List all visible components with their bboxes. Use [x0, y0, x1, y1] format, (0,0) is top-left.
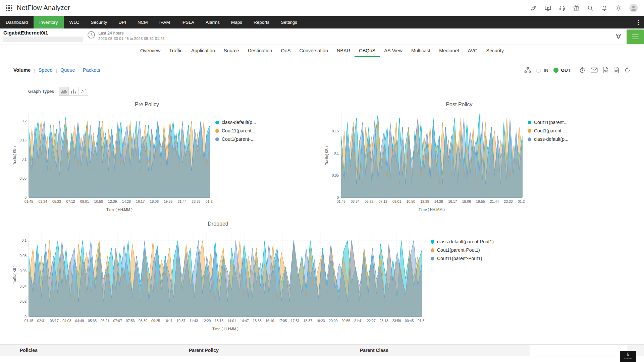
alarms-widget[interactable]: 6 Alarms [620, 351, 636, 362]
legend-item[interactable]: class-default(p... [528, 136, 595, 142]
tab-overview[interactable]: Overview [136, 45, 165, 57]
nav-item-ncm[interactable]: NCM [132, 16, 154, 28]
nav-item-ipsla[interactable]: IPSLA [176, 16, 200, 28]
nav-item-security[interactable]: Security [85, 16, 113, 28]
hierarchy-compare-icon[interactable] [524, 67, 531, 73]
tab-destination[interactable]: Destination [244, 45, 277, 57]
pdf-export-icon[interactable]: PDF [603, 67, 608, 73]
interface-name-block[interactable]: GigabitEthernet0/1 [3, 30, 87, 42]
post-policy-legend: Cout11(parent...Cout1(parent-...class-de… [528, 120, 595, 145]
tab-source[interactable]: Source [219, 45, 244, 57]
graph-type-scatter-button[interactable] [78, 87, 88, 96]
out-label: OUT [561, 68, 571, 73]
tab-as-view[interactable]: AS View [380, 45, 407, 57]
graph-type-area-button[interactable] [59, 87, 69, 96]
refresh-icon[interactable] [624, 67, 631, 73]
svg-text:23:33: 23:33 [192, 199, 200, 203]
legend-item[interactable]: Cout11(parent... [215, 128, 282, 133]
legend-item[interactable]: class-default(p... [215, 120, 282, 125]
nav-item-wlc[interactable]: WLC [64, 16, 85, 28]
dropped-chart[interactable]: 01:4502:3103:1704:0304:4905:3506:2107:07… [11, 229, 425, 338]
svg-text:14:47: 14:47 [240, 319, 249, 323]
nav-item-settings[interactable]: Settings [275, 16, 303, 28]
user-avatar[interactable] [629, 4, 638, 12]
view-link-volume[interactable]: Volume [13, 67, 31, 73]
notifications-bell-icon[interactable] [601, 5, 608, 11]
interface-name[interactable]: GigabitEthernet0/1 [3, 30, 87, 36]
tab-conversation[interactable]: Conversation [295, 45, 332, 57]
svg-text:04:49: 04:49 [75, 319, 84, 323]
nav-item-alarms[interactable]: Alarms [200, 16, 225, 28]
alarm-bell-icon[interactable] [614, 33, 623, 40]
svg-text:0.15: 0.15 [20, 138, 27, 142]
view-link-speed[interactable]: Speed [39, 67, 53, 73]
screen-demo-icon[interactable] [544, 5, 551, 11]
svg-text:03:34: 03:34 [38, 199, 47, 203]
svg-text:19:55: 19:55 [164, 199, 172, 203]
addons-gift-icon[interactable] [573, 5, 580, 11]
tab-security[interactable]: Security [482, 45, 508, 57]
legend-dot [215, 121, 219, 124]
graph-type-bar-button[interactable] [68, 87, 78, 96]
apps-grid-icon[interactable] [6, 5, 12, 11]
tab-application[interactable]: Application [187, 45, 219, 57]
page-menu-button[interactable] [627, 29, 644, 44]
nav-item-reports[interactable]: Reports [248, 16, 275, 28]
email-icon[interactable] [591, 67, 598, 73]
settings-gear-icon[interactable] [615, 5, 622, 11]
chart-canvas: 01:4503:3405:2307:1209:0110:5012:3914:28… [324, 110, 525, 217]
view-link-queue[interactable]: Queue [60, 67, 75, 73]
pre-policy-chart[interactable]: 01:4503:3405:2307:1209:0110:5012:3914:28… [11, 110, 213, 218]
tab-medianet[interactable]: Medianet [435, 45, 464, 57]
support-headset-icon[interactable] [559, 5, 566, 11]
csv-export-icon[interactable]: CSV [613, 67, 619, 73]
svg-text:21:44: 21:44 [178, 199, 186, 203]
tab-nbar[interactable]: NBAR [332, 45, 355, 57]
tab-multicast[interactable]: Multicast [407, 45, 435, 57]
nav-item-dpi[interactable]: DPI [113, 16, 132, 28]
search-icon[interactable] [587, 5, 594, 11]
svg-text:10:11: 10:11 [164, 319, 173, 323]
interface-filter-input[interactable] [3, 37, 83, 42]
nav-item-maps[interactable]: Maps [225, 16, 248, 28]
nav-overflow-menu-icon[interactable] [633, 16, 644, 28]
nav-item-ipam[interactable]: IPAM [154, 16, 176, 28]
svg-text:0.02: 0.02 [20, 299, 27, 303]
svg-text:Time ( HH:MM ): Time ( HH:MM ) [419, 207, 445, 212]
svg-text:17:51: 17:51 [291, 319, 300, 323]
svg-text:23:13: 23:13 [379, 319, 388, 323]
rocket-icon[interactable] [530, 5, 537, 11]
svg-text:09:25: 09:25 [151, 319, 160, 323]
svg-text:Traffic( KB ): Traffic( KB ) [325, 146, 329, 165]
legend-item[interactable]: class-default(parent-Pout1) [431, 239, 498, 244]
nav-item-dashboard[interactable]: Dashboard [0, 16, 34, 28]
view-link-packets[interactable]: Packets [83, 67, 100, 73]
time-range-selector[interactable]: Last 24 hours 2023-05-30 01:45 to 2023-0… [87, 31, 165, 41]
tab-traffic[interactable]: Traffic [165, 45, 187, 57]
legend-item[interactable]: Cout1(parent-Pout1) [431, 247, 498, 253]
graph-types-label: Graph Types [28, 89, 54, 94]
tab-qos[interactable]: QoS [276, 45, 295, 57]
svg-text:20:09: 20:09 [329, 319, 337, 323]
nav-item-inventory[interactable]: Inventory [34, 16, 64, 28]
tab-cbqos[interactable]: CBQoS [355, 45, 380, 57]
legend-item[interactable]: Cout1(parent-... [528, 128, 595, 133]
view-separator: | [34, 68, 35, 73]
svg-text:12:39: 12:39 [108, 199, 117, 203]
table-search-box[interactable] [530, 344, 627, 357]
out-radio[interactable] [553, 68, 558, 73]
chart-title: Post Policy [324, 102, 595, 110]
in-radio[interactable] [536, 68, 541, 73]
svg-text:12:39: 12:39 [420, 199, 429, 203]
svg-text:12:29: 12:29 [202, 319, 211, 323]
svg-text:03:17: 03:17 [50, 319, 58, 323]
legend-item[interactable]: Cout1(parent-... [215, 136, 282, 142]
legend-item[interactable]: Cout11(parent... [528, 120, 595, 125]
timer-icon[interactable] [579, 67, 586, 73]
svg-text:0.05: 0.05 [332, 173, 339, 177]
legend-label: Cout11(parent... [222, 128, 255, 133]
post-policy-chart[interactable]: 01:4503:3405:2307:1209:0110:5012:3914:28… [324, 110, 525, 218]
legend-label: class-default(parent-Pout1) [437, 239, 494, 244]
legend-item[interactable]: Cout11(parent-Pout1) [431, 256, 498, 261]
tab-avc[interactable]: AVC [464, 45, 482, 57]
